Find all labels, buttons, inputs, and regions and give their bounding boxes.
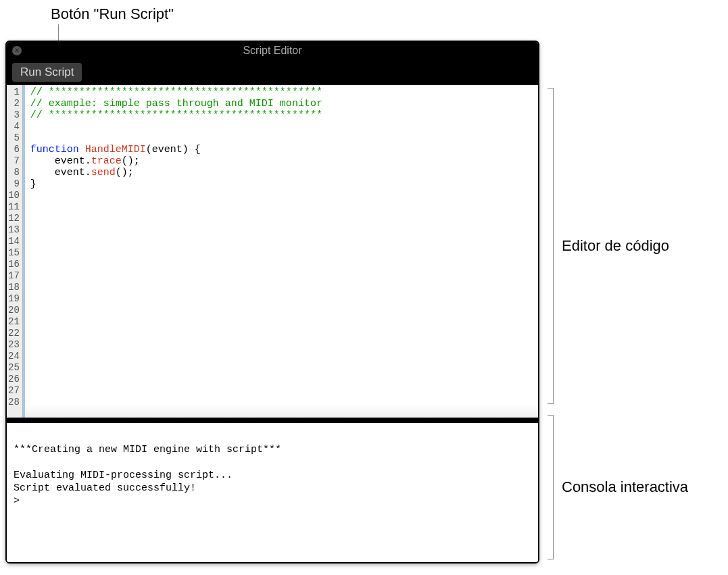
toolbar: Run Script <box>7 59 538 85</box>
run-script-button[interactable]: Run Script <box>12 63 82 82</box>
line-number-gutter: 1 2 3 4 5 6 7 8 9 10 11 12 13 14 15 16 1… <box>7 85 23 418</box>
window-title: Script Editor <box>7 45 538 57</box>
callout-run-button-line <box>58 24 59 42</box>
callout-console-label: Consola interactiva <box>562 478 688 496</box>
titlebar: ✕ Script Editor <box>7 42 538 59</box>
callout-bracket <box>544 88 554 404</box>
callout-editor-label: Editor de código <box>562 237 669 255</box>
callout-run-button-label: Botón "Run Script" <box>51 5 174 23</box>
code-editor[interactable]: 1 2 3 4 5 6 7 8 9 10 11 12 13 14 15 16 1… <box>7 85 538 420</box>
callout-editor: Editor de código <box>544 88 669 404</box>
callout-bracket <box>544 415 554 559</box>
callout-console: Consola interactiva <box>544 415 688 559</box>
interactive-console[interactable]: ***Creating a new MIDI engine with scrip… <box>7 420 538 562</box>
script-editor-window: ✕ Script Editor Run Script 1 2 3 4 5 6 7… <box>5 41 539 564</box>
code-area[interactable]: // *************************************… <box>23 85 538 418</box>
